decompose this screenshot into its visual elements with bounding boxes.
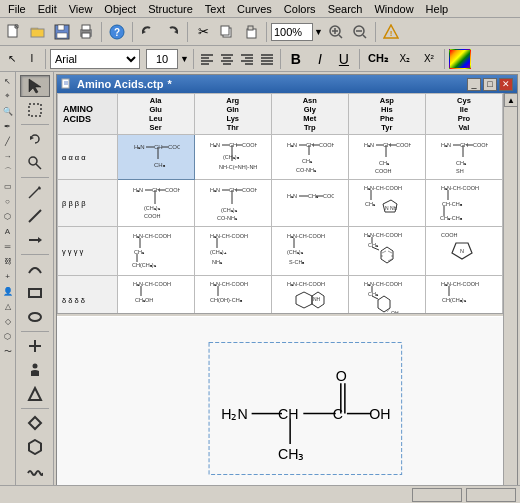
color-picker-button[interactable]	[449, 49, 471, 69]
minimize-button[interactable]: _	[467, 78, 481, 91]
amino-scroll-area[interactable]: AMINO ACIDS AlaGluLeuSer ArgGlnLysThr As…	[57, 93, 503, 313]
cell-r3c5[interactable]: COOH N	[425, 227, 502, 276]
menu-object[interactable]: Object	[98, 2, 142, 16]
person-tool[interactable]	[20, 359, 50, 381]
cell-r4c5[interactable]: H₂N-CH-COOH CH(CH₃)₂	[425, 276, 502, 314]
text-select-btn[interactable]: I	[23, 49, 41, 69]
zoom-out-button[interactable]	[349, 21, 371, 43]
cut-button[interactable]: ✂	[192, 21, 214, 43]
lt-btn-5[interactable]: ╱	[1, 134, 15, 148]
arc-tool[interactable]	[20, 258, 50, 280]
cell-r1c2[interactable]: H₂N CH COOH (CH₂)₃	[194, 135, 271, 180]
help-button[interactable]: ?	[106, 21, 128, 43]
lt-btn-13[interactable]: ⛓	[1, 254, 15, 268]
lt-btn-3[interactable]: 🔍	[1, 104, 15, 118]
diamond-tool[interactable]	[20, 412, 50, 434]
zoom-input[interactable]: 100%	[271, 23, 313, 41]
cell-r3c4[interactable]: H₂N-CH-COOH CH₂	[348, 227, 425, 276]
zoom-tool[interactable]	[20, 152, 50, 174]
align-center-button[interactable]	[218, 49, 236, 69]
menu-colors[interactable]: Colors	[278, 2, 322, 16]
zoom-dropdown-arrow[interactable]: ▼	[314, 27, 323, 37]
lt-btn-18[interactable]: ⬡	[1, 329, 15, 343]
pen-tool[interactable]	[20, 181, 50, 203]
lt-btn-7[interactable]: ⌒	[1, 164, 15, 178]
save-button[interactable]	[51, 21, 73, 43]
font-size-input[interactable]	[146, 49, 178, 69]
select-tool[interactable]	[20, 99, 50, 121]
cell-r1c4[interactable]: H₂N CH COOH CH₂	[348, 135, 425, 180]
menu-text[interactable]: Text	[199, 2, 231, 16]
cell-r4c3[interactable]: H₂N-CH-COOH NH	[271, 276, 348, 314]
plus-tool[interactable]	[20, 335, 50, 357]
superscript-button[interactable]: X²	[418, 49, 440, 69]
align-left-button[interactable]	[198, 49, 216, 69]
hexagon-tool[interactable]	[20, 436, 50, 458]
lt-btn-16[interactable]: △	[1, 299, 15, 313]
align-right-button[interactable]	[238, 49, 256, 69]
rotate-tool[interactable]	[20, 128, 50, 150]
cell-r3c3[interactable]: H₂N-CH-COOH (CH₂)₂ S-CH₃	[271, 227, 348, 276]
copy-button[interactable]	[216, 21, 238, 43]
cell-r4c4[interactable]: H₂N-CH-COOH CH₂	[348, 276, 425, 314]
bold-button[interactable]: B	[285, 49, 307, 69]
open-button[interactable]	[27, 21, 49, 43]
redo-button[interactable]	[161, 21, 183, 43]
cell-r2c3[interactable]: H₂N CH₂ COOH	[271, 180, 348, 227]
lt-btn-12[interactable]: ═	[1, 239, 15, 253]
v-scroll-track[interactable]	[504, 107, 517, 486]
subscript-button[interactable]: X₂	[394, 49, 416, 69]
lt-btn-11[interactable]: A	[1, 224, 15, 238]
line-tool[interactable]	[20, 205, 50, 227]
cell-r2c2[interactable]: H₂N CH COOH (CH₂)₂	[194, 180, 271, 227]
menu-search[interactable]: Search	[322, 2, 369, 16]
close-button[interactable]: ✕	[499, 78, 513, 91]
undo-button[interactable]	[137, 21, 159, 43]
underline-button[interactable]: U	[333, 49, 355, 69]
cell-r1c5[interactable]: H₂N CH COOH CH₂	[425, 135, 502, 180]
lt-btn-4[interactable]: ✒	[1, 119, 15, 133]
lt-btn-15[interactable]: 👤	[1, 284, 15, 298]
wave-tool[interactable]	[20, 460, 50, 482]
lt-btn-19[interactable]: 〜	[1, 344, 15, 358]
new-button[interactable]	[3, 21, 25, 43]
print-button[interactable]	[75, 21, 97, 43]
rect-tool[interactable]	[20, 282, 50, 304]
select-tool-btn[interactable]: ↖	[3, 49, 21, 69]
lt-btn-2[interactable]: ⌖	[1, 89, 15, 103]
lt-btn-14[interactable]: +	[1, 269, 15, 283]
chem-formula-button[interactable]: CH₂	[364, 49, 392, 69]
triangle-tool[interactable]	[20, 383, 50, 405]
cell-r2c4[interactable]: H₂N-CH-COOH CH₂ N NH	[348, 180, 425, 227]
menu-structure[interactable]: Structure	[142, 2, 199, 16]
font-select[interactable]: Arial Times New Roman Courier	[50, 49, 140, 69]
italic-button[interactable]: I	[309, 49, 331, 69]
about-button[interactable]: !	[380, 21, 402, 43]
cell-r3c2[interactable]: H₂N-CH-COOH (CH₂)₄ NH₂	[194, 227, 271, 276]
menu-curves[interactable]: Curves	[231, 2, 278, 16]
maximize-button[interactable]: □	[483, 78, 497, 91]
size-dropdown-arrow[interactable]: ▼	[180, 54, 189, 64]
menu-window[interactable]: Window	[368, 2, 419, 16]
justify-button[interactable]	[258, 49, 276, 69]
lt-btn-1[interactable]: ↖	[1, 74, 15, 88]
selected-cell[interactable]: H₂N CH COOH CH₃	[117, 135, 194, 180]
lt-btn-6[interactable]: →	[1, 149, 15, 163]
cell-r2c1[interactable]: H₂N CH COOH (CH₂)₂	[117, 180, 194, 227]
lt-btn-9[interactable]: ○	[1, 194, 15, 208]
lt-btn-17[interactable]: ◇	[1, 314, 15, 328]
scroll-up-button[interactable]: ▲	[504, 93, 518, 107]
cell-r3c1[interactable]: H₂N-CH-COOH CH₂ CH(CH₃)₂	[117, 227, 194, 276]
menu-edit[interactable]: Edit	[32, 2, 63, 16]
zoom-in-button[interactable]	[325, 21, 347, 43]
ellipse-tool[interactable]	[20, 306, 50, 328]
menu-help[interactable]: Help	[420, 2, 455, 16]
lt-btn-8[interactable]: ▭	[1, 179, 15, 193]
menu-file[interactable]: File	[2, 2, 32, 16]
menu-view[interactable]: View	[63, 2, 99, 16]
pointer-tool[interactable]	[20, 75, 50, 97]
cell-r1c3[interactable]: H₂N CH COOH CH₂	[271, 135, 348, 180]
paste-button[interactable]	[240, 21, 262, 43]
cell-r2c5[interactable]: H₂N-CH-COOH CH-CH₃ CH₂-CH₃	[425, 180, 502, 227]
cell-r4c2[interactable]: H₂N-CH-COOH CH(OH)-CH₃	[194, 276, 271, 314]
